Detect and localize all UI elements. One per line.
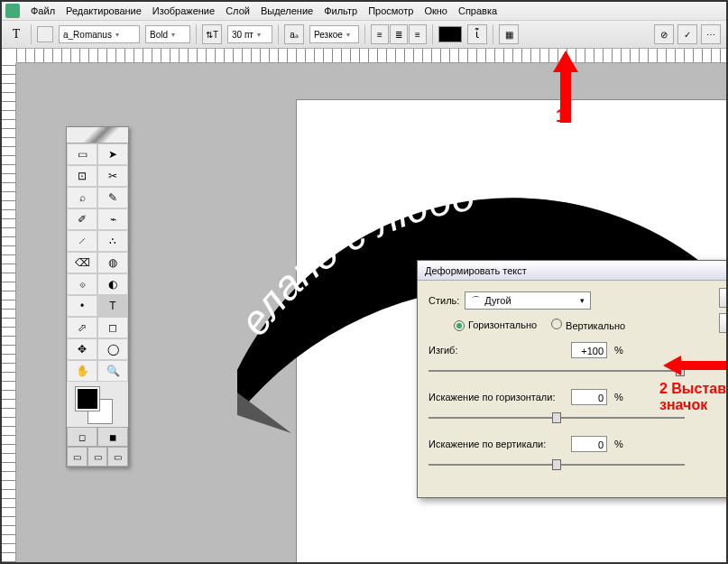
tool-slice[interactable]: ✎ (97, 187, 128, 208)
horizontal-ruler (16, 49, 726, 63)
tool-gradient[interactable]: ◍ (97, 252, 128, 273)
toolbox-panel: ▭ ➤ ⊡ ✂ ⌕ ✎ ✐ ⌁ ⟋ ∴ ⌫ ◍ ⟐ ◐ • T ⬀ ◻ ✥ ◯ (66, 126, 129, 467)
warp-text-button[interactable]: ἶ (467, 24, 487, 44)
menu-image[interactable]: Изображение (152, 5, 215, 16)
align-right-button[interactable]: ≡ (409, 24, 427, 44)
tool-move[interactable]: ➤ (97, 143, 128, 165)
orientation-horizontal-radio[interactable]: Горизонтально (454, 319, 537, 331)
menu-view[interactable]: Просмотр (368, 5, 413, 16)
tool-eraser[interactable]: ⌫ (67, 252, 97, 273)
aa-icon: aₐ (284, 24, 304, 44)
hdist-label: Искажение по горизонтали: (429, 392, 564, 402)
dialog-ok-button[interactable]: Д (719, 288, 728, 308)
menu-filter[interactable]: Фильтр (324, 5, 357, 16)
dialog-title: Деформировать текст (418, 261, 728, 281)
vdist-label: Искажение по вертикали: (429, 439, 564, 449)
orientation-vertical-radio[interactable]: Вертикально (551, 319, 625, 331)
menu-window[interactable]: Окно (424, 5, 447, 16)
bend-input[interactable]: +100 (571, 342, 607, 358)
color-picker[interactable] (67, 382, 128, 427)
tool-path-select[interactable]: • (67, 295, 97, 317)
align-left-button[interactable]: ≡ (371, 24, 389, 44)
tool-type[interactable]: T (97, 295, 128, 317)
font-size-combo[interactable]: 30 пт (227, 25, 272, 43)
tool-marquee[interactable]: ▭ (67, 143, 97, 165)
tool-hand[interactable]: ✋ (67, 360, 97, 382)
menu-layer[interactable]: Слой (226, 5, 250, 16)
options-bar: T a_Romanus Bold ⇅T 30 пт aₐ Резкое ≡ ≣ … (2, 20, 726, 49)
commit-edit-button[interactable]: ✓ (677, 24, 697, 44)
font-style-combo[interactable]: Bold (145, 25, 190, 43)
tool-zoom[interactable]: 🔍 (97, 360, 128, 382)
screenmode-standard[interactable]: ▭ (67, 447, 88, 467)
tool-magic-wand[interactable]: ✂ (97, 165, 128, 187)
tool-eyedropper[interactable]: ◯ (97, 338, 128, 360)
foreground-color[interactable] (76, 387, 99, 411)
tool-dodge[interactable]: ◐ (97, 273, 128, 295)
toolbox-header[interactable] (67, 127, 128, 143)
bend-slider[interactable] (429, 362, 721, 380)
annotation-label-2: 2 Выставзначок (659, 381, 726, 413)
screenmode-full-menu[interactable]: ▭ (88, 447, 108, 467)
menu-bar: Файл Редактирование Изображение Слой Выд… (2, 2, 726, 20)
text-align-group: ≡ ≣ ≡ (371, 24, 427, 44)
menu-file[interactable]: Файл (31, 5, 55, 16)
hdist-percent: % (614, 392, 623, 402)
style-label: Стиль: (429, 295, 459, 306)
menu-select[interactable]: Выделение (261, 5, 313, 16)
tool-pen[interactable]: ⬀ (67, 317, 97, 338)
orientation-toggle[interactable]: ⇅T (202, 24, 222, 44)
type-tool-indicator: T (7, 25, 25, 43)
vdist-input[interactable]: 0 (571, 436, 607, 452)
tool-crop[interactable]: ⌕ (67, 187, 97, 208)
text-color-swatch[interactable] (438, 26, 462, 42)
menu-help[interactable]: Справка (458, 5, 497, 16)
bend-percent: % (614, 345, 623, 356)
antialias-combo[interactable]: Резкое (309, 25, 359, 43)
tool-preset-button[interactable] (37, 26, 53, 42)
tool-lasso[interactable]: ⊡ (67, 165, 97, 187)
character-panel-button[interactable]: ▦ (499, 24, 519, 44)
font-family-combo[interactable]: a_Romanus (59, 25, 140, 43)
warp-text-dialog: Деформировать текст Стиль: Дугой Горизон… (417, 260, 728, 498)
tool-blur[interactable]: ⟐ (67, 273, 97, 295)
quickmask-on[interactable]: ◼ (97, 427, 128, 447)
tool-brush[interactable]: ⌁ (97, 208, 128, 230)
tool-history-brush[interactable]: ∴ (97, 230, 128, 252)
hdist-input[interactable]: 0 (571, 389, 607, 405)
vertical-ruler (2, 63, 16, 562)
tool-heal[interactable]: ✐ (67, 208, 97, 230)
align-center-button[interactable]: ≣ (390, 24, 408, 44)
warp-style-select[interactable]: Дугой (465, 291, 591, 310)
cancel-edit-button[interactable]: ⊘ (654, 24, 674, 44)
annotation-label-1: 1 (556, 106, 566, 126)
vdist-slider[interactable] (429, 456, 721, 474)
menu-edit[interactable]: Редактирование (66, 5, 142, 16)
bend-label: Изгиб: (429, 345, 564, 356)
quickmask-off[interactable]: ◻ (67, 427, 97, 447)
screenmode-full[interactable]: ▭ (107, 447, 128, 467)
dialog-cancel-button[interactable]: Отм (719, 313, 728, 333)
overflow-button[interactable]: ⋯ (701, 24, 721, 44)
tool-stamp[interactable]: ⟋ (67, 230, 97, 252)
tool-notes[interactable]: ✥ (67, 338, 97, 360)
tool-shape[interactable]: ◻ (97, 317, 128, 338)
vdist-percent: % (614, 439, 623, 449)
app-icon (5, 4, 20, 18)
